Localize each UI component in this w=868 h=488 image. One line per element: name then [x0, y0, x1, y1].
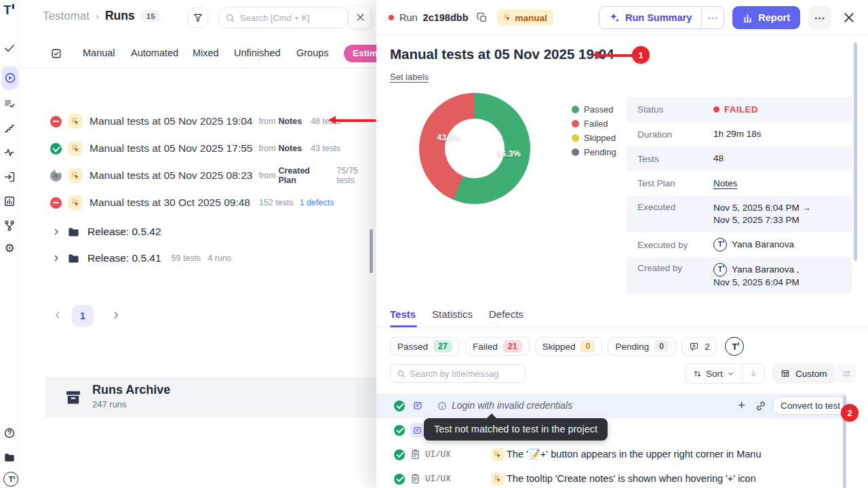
tab-automated[interactable]: Automated [131, 47, 178, 58]
run-list-item[interactable]: Manual tests at 05 Nov 2025 19:04 from N… [19, 111, 376, 131]
test-plans-icon[interactable] [3, 98, 16, 110]
settings-gear-icon[interactable]: ⚙ [3, 243, 16, 255]
run-title-heading: Manual tests at 05 Nov 2025 19:04 [390, 46, 614, 62]
detail-scrollbar-top[interactable] [854, 43, 857, 261]
pagination-prev-icon[interactable] [53, 310, 62, 320]
checks-icon[interactable] [3, 42, 16, 54]
run-summary-more-button[interactable]: ⋯ [702, 7, 724, 28]
chevron-right-icon[interactable] [52, 228, 60, 236]
runs-search[interactable] [218, 7, 349, 28]
tab-unfinished[interactable]: Unfinished [234, 47, 281, 58]
sparkles-icon [609, 12, 620, 23]
list-panel-close-button[interactable] [349, 5, 372, 28]
assignee-avatar[interactable]: T [725, 337, 744, 356]
runs-search-input[interactable] [240, 13, 342, 23]
run-from-label: from [258, 117, 275, 126]
note-icon-badge [410, 423, 425, 438]
select-all-icon[interactable] [50, 47, 62, 60]
close-icon [355, 12, 366, 22]
run-list-item[interactable]: Manual tests at 30 Oct 2025 09:48 152 te… [19, 192, 376, 213]
status-filter-chips: Passed27 Failed21 Skipped0 Pending0 2 T [390, 337, 744, 356]
archive-count: 247 runs [92, 399, 127, 409]
skipped-dot [572, 134, 579, 142]
manual-run-icon [68, 195, 83, 210]
tab-manual[interactable]: Manual [83, 47, 115, 58]
test-title[interactable]: The '📝+' button appears in the upper rig… [507, 449, 761, 460]
folder-title[interactable]: Release: 0.5.41 [87, 252, 161, 264]
detail-close-icon[interactable] [842, 11, 856, 24]
runs-play-icon [4, 72, 16, 84]
chevron-right-icon[interactable] [52, 254, 60, 262]
arrow-down-icon [749, 369, 758, 378]
breadcrumb-app[interactable]: Testomat [43, 9, 90, 23]
test-row[interactable]: UI/UX The '📝+' button appears in the upp… [376, 443, 846, 467]
branches-icon[interactable] [3, 220, 16, 232]
pagination-page-1[interactable]: 1 [72, 305, 94, 327]
list-scrollbar[interactable] [370, 229, 373, 273]
tests-search-input[interactable] [410, 369, 519, 379]
run-summary-button[interactable]: Run Summary [599, 7, 701, 28]
run-list-item[interactable]: Manual tests at 05 Nov 2025 17:55 from N… [19, 138, 376, 159]
chip-passed[interactable]: Passed27 [390, 337, 460, 356]
run-title[interactable]: Manual tests at 05 Nov 2025 17:55 [90, 142, 252, 155]
legend-item-skipped: Skipped [572, 131, 616, 145]
add-icon[interactable]: + [738, 398, 745, 413]
tab-mixed[interactable]: Mixed [193, 47, 219, 58]
breadcrumb-section[interactable]: Runs [105, 9, 135, 23]
convert-to-test-button[interactable]: Convert to test [772, 396, 848, 415]
tab-tests[interactable]: Tests [390, 308, 416, 320]
report-button[interactable]: Report [732, 6, 800, 29]
import-icon[interactable] [3, 171, 16, 183]
runs-archive-card[interactable]: Runs Archive 247 runs [45, 377, 376, 418]
test-title[interactable]: The tooltip 'Create notes' is shown when… [507, 473, 756, 484]
chip-failed[interactable]: Failed21 [465, 337, 530, 356]
sidebar-item-runs[interactable] [1, 66, 18, 89]
help-icon[interactable] [3, 427, 16, 439]
custom-view-button[interactable]: Custom [772, 363, 835, 384]
run-title[interactable]: Manual tests at 05 Nov 2025 08:23 [90, 169, 252, 182]
chip-skipped[interactable]: Skipped0 [535, 337, 603, 356]
sort-direction-button[interactable] [743, 364, 764, 383]
tab-defects[interactable]: Defects [489, 308, 524, 320]
projects-folder-icon[interactable] [3, 451, 16, 464]
folder-icon [67, 226, 80, 239]
test-title[interactable]: Login with invalid credentials [452, 400, 572, 411]
run-list-item[interactable]: Manual tests at 05 Nov 2025 08:23 from C… [19, 165, 376, 186]
run-title[interactable]: Manual tests at 05 Nov 2025 19:04 [90, 115, 252, 127]
folder-title[interactable]: Release: 0.5.42 [87, 226, 161, 238]
tab-groups[interactable]: Groups [296, 47, 329, 58]
steps-icon[interactable] [3, 122, 16, 134]
release-folder-row[interactable]: Release: 0.5.42 [19, 222, 376, 241]
run-plan-link[interactable]: Notes [278, 117, 302, 126]
tab-estimate-badge[interactable]: Estim [344, 45, 376, 62]
testomat-logo-icon[interactable]: T [3, 3, 16, 19]
run-summary-split-button: Run Summary ⋯ [599, 6, 724, 29]
more-actions-button[interactable]: ⋯ [808, 6, 831, 29]
clipboard-icon [410, 473, 421, 485]
run-title[interactable]: Manual tests at 30 Oct 2025 09:48 [90, 197, 250, 209]
set-labels-link[interactable]: Set labels [390, 72, 429, 82]
tests-search[interactable] [390, 364, 526, 383]
sort-button[interactable]: Sort [686, 369, 742, 379]
test-row[interactable]: UI/UX The tooltip 'Create notes' is show… [376, 467, 846, 488]
chip-pending[interactable]: Pending0 [608, 337, 676, 356]
activity-icon[interactable] [3, 146, 16, 159]
filter-button[interactable] [188, 7, 208, 28]
chip-comments[interactable]: 2 [682, 337, 717, 356]
copy-icon[interactable] [477, 12, 488, 23]
release-folder-row[interactable]: Release: 0.5.41 59 tests 4 runs [19, 249, 376, 268]
analytics-icon[interactable] [3, 195, 16, 207]
run-plan-link[interactable]: Notes [278, 144, 302, 153]
tab-statistics[interactable]: Statistics [432, 308, 473, 320]
test-plan-link[interactable]: Notes [713, 178, 737, 190]
test-row[interactable]: Login with invalid credentials + Convert… [376, 394, 846, 418]
account-avatar[interactable]: T [3, 472, 16, 487]
link-icon[interactable] [755, 401, 766, 411]
runs-filter-tabs: Manual Automated Mixed Unfinished Groups… [19, 42, 376, 68]
info-row-tests: Tests 48 [627, 146, 852, 171]
note-icon [412, 401, 423, 411]
run-defects-link[interactable]: 1 defects [300, 198, 334, 207]
run-plan-link[interactable]: Created Plan [278, 166, 328, 185]
view-settings-button[interactable] [836, 363, 856, 384]
pagination-next-icon[interactable] [111, 310, 121, 320]
